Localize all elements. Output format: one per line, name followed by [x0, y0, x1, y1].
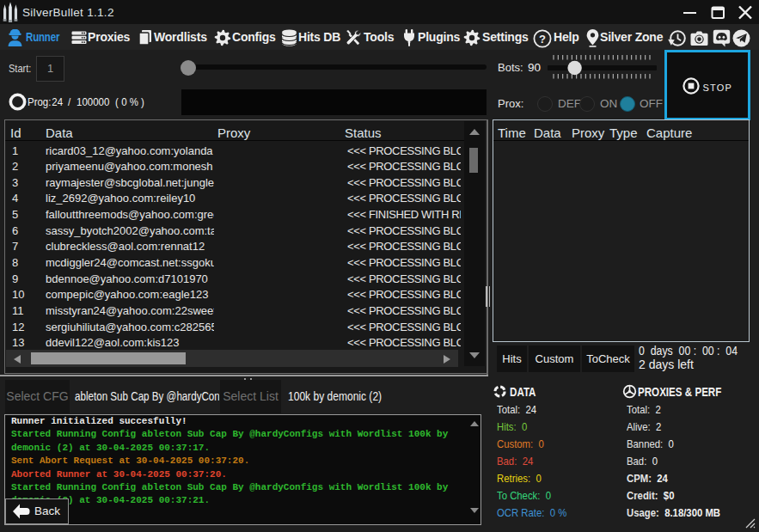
svg-text:?: ?: [539, 33, 546, 46]
